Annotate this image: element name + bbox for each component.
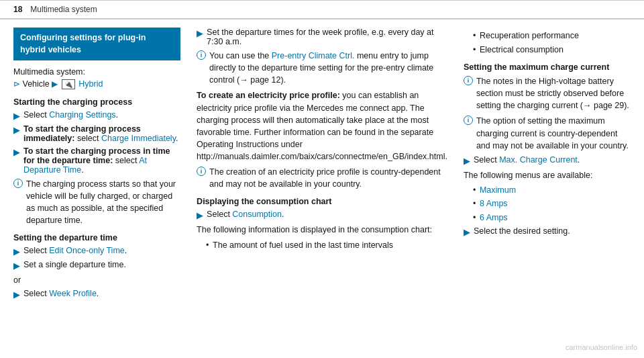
config-header-box: Configuring settings for plug-in hybrid … <box>13 28 180 60</box>
section-charging-heading: Starting the charging process <box>13 97 180 107</box>
electricity-profile-text: To create an electricity price profile: … <box>197 89 447 163</box>
nav-arrow: ⊳ <box>13 79 20 89</box>
bullet-select-charging: ▶ Select Charging Settings. <box>13 110 180 121</box>
list-item-recuperation: Recuperation performance <box>473 30 631 42</box>
bullet-text: Set a single departure time. <box>23 260 126 269</box>
bullet-set-departure-week: ▶ Set the departure times for the week p… <box>197 28 447 46</box>
bullet-text: Select Edit Once-only Time. <box>23 246 127 255</box>
config-header-text: Configuring settings for plug-in hybrid … <box>20 33 146 54</box>
arrow-icon: ▶ <box>197 28 203 38</box>
week-profile-link[interactable]: Week Profile <box>49 289 97 298</box>
vehicle-label: Vehicle <box>22 79 52 89</box>
following-menus-text: The following menus are available: <box>464 169 631 181</box>
page-title: Multimedia system <box>30 5 97 14</box>
6amps-link[interactable]: 6 Amps <box>480 213 508 222</box>
bullet-week-profile: ▶ Select Week Profile. <box>13 289 180 300</box>
vehicle-icon: 🔌 <box>62 79 75 89</box>
nav-arrow2: ▶ <box>52 79 58 89</box>
info-text: The notes in the High-voltage battery se… <box>476 75 631 111</box>
arrow-icon: ▶ <box>13 261 20 271</box>
pre-entry-link[interactable]: Pre-entry Climate Ctrl. <box>272 51 355 60</box>
bullet-text: Select Week Profile. <box>23 289 99 298</box>
8amps-link[interactable]: 8 Amps <box>480 199 508 208</box>
sys-path-label: Multimedia system: <box>13 67 85 77</box>
arrow-icon: ▶ <box>13 111 20 121</box>
info-icon: i <box>464 76 473 85</box>
bullet-max-charge-current: ▶ Select Max. Charge Current. <box>464 155 631 166</box>
arrow-icon: ▶ <box>197 210 203 220</box>
info-text: The creation of an electricity price pro… <box>209 166 447 190</box>
content-area: Configuring settings for plug-in hybrid … <box>0 19 644 311</box>
arrow-icon: ▶ <box>464 227 470 237</box>
bullet-text: Set the departure times for the week pro… <box>207 28 447 46</box>
sys-path: Multimedia system: ⊳ Vehicle ▶ 🔌 Hybrid <box>13 66 180 91</box>
bullet-text: To start the charging process in time fo… <box>23 146 180 175</box>
info-text: You can use the Pre-entry Climate Ctrl. … <box>209 50 447 86</box>
list-item-6amps: 6 Amps <box>473 212 631 224</box>
recuperation-list: Recuperation performance Electrical cons… <box>464 30 631 56</box>
list-item-8amps: 8 Amps <box>473 198 631 210</box>
bullet-text: To start the charging process immediatel… <box>23 124 180 143</box>
arrow-icon: ▶ <box>13 147 20 157</box>
following-info-text: The following information is displayed i… <box>197 224 447 236</box>
arrow-icon: ▶ <box>13 125 20 135</box>
info-text: The charging process starts so that your… <box>26 178 180 227</box>
edit-once-link[interactable]: Edit Once-only Time <box>49 246 125 255</box>
info-country-dependent: i The creation of an electricity price p… <box>197 166 447 190</box>
charge-immediately-link[interactable]: Charge Immediately <box>101 134 176 143</box>
arrow-icon: ▶ <box>464 156 470 166</box>
bullet-select-desired: ▶ Select the desired setting. <box>464 226 631 237</box>
page-number: 18 <box>13 5 22 14</box>
bullet-departure-time: ▶ To start the charging process in time … <box>13 146 180 175</box>
list-item-fuel: The amount of fuel used in the last time… <box>206 240 447 252</box>
hybrid-label: Hybrid <box>78 79 103 89</box>
section-displaying-heading: Displaying the consumption chart <box>197 197 447 206</box>
middle-column: ▶ Set the departure times for the week p… <box>197 28 447 303</box>
bullet-text: Select Charging Settings. <box>23 110 118 120</box>
info-icon: i <box>464 116 473 125</box>
bullet-text: Select the desired setting. <box>474 226 570 236</box>
electricity-heading: To create an electricity price profile: <box>197 91 340 100</box>
charge-options-list: Maximum 8 Amps 6 Amps <box>464 185 631 224</box>
info-high-voltage: i The notes in the High-voltage battery … <box>464 75 631 111</box>
info-icon: i <box>197 167 206 176</box>
right-column: Recuperation performance Electrical cons… <box>464 28 631 303</box>
list-item-maximum: Maximum <box>473 185 631 197</box>
page-header: 18 Multimedia system <box>0 1 644 19</box>
consumption-link[interactable]: Consumption <box>232 210 282 219</box>
maximum-link[interactable]: Maximum <box>480 185 516 195</box>
info-icon: i <box>13 179 23 188</box>
info-pre-entry: i You can use the Pre-entry Climate Ctrl… <box>197 50 447 86</box>
info-charging-process: i The charging process starts so that yo… <box>13 178 180 227</box>
or-text: or <box>13 274 180 286</box>
watermark: carmanualsonline.info <box>566 343 637 351</box>
bullet-select-consumption: ▶ Select Consumption. <box>197 210 447 220</box>
bullet-charge-immediately: ▶ To start the charging process immediat… <box>13 124 180 143</box>
charging-settings-link[interactable]: Charging Settings <box>49 110 115 120</box>
arrow-icon: ▶ <box>13 247 20 257</box>
bullet-text: Select Max. Charge Current. <box>474 155 580 165</box>
info-text: The option of setting the maximum chargi… <box>476 115 631 151</box>
info-icon: i <box>197 50 206 60</box>
bullet-single-departure: ▶ Set a single departure time. <box>13 260 180 271</box>
bullet-text: Select Consumption. <box>207 210 284 219</box>
section-departure-heading: Setting the departure time <box>13 233 180 242</box>
list-item-electrical: Electrical consumption <box>473 44 631 56</box>
left-column: Configuring settings for plug-in hybrid … <box>13 28 180 303</box>
bullet-edit-once: ▶ Select Edit Once-only Time. <box>13 246 180 257</box>
arrow-icon: ▶ <box>13 289 20 300</box>
electricity-body: you can establish an electricity price p… <box>197 91 447 161</box>
info-country-max: i The option of setting the maximum char… <box>464 115 631 151</box>
consumption-list: The amount of fuel used in the last time… <box>197 240 447 252</box>
max-charge-link[interactable]: Max. Charge Current <box>499 155 578 165</box>
section-max-charge-heading: Setting the maximum charge current <box>464 62 631 72</box>
